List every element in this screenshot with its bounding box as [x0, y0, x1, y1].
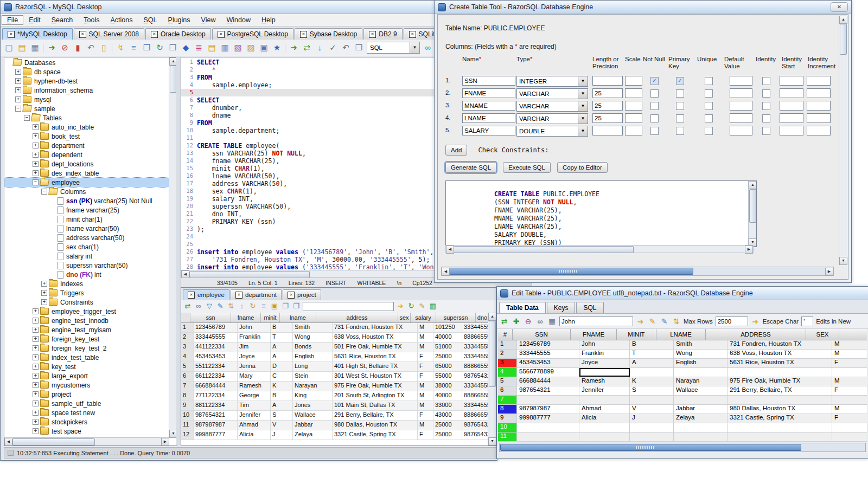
results-cell[interactable]: 12 [181, 430, 194, 440]
not-null-checkbox[interactable] [650, 114, 659, 122]
results-column-header[interactable]: ssn [190, 313, 231, 322]
expander-icon[interactable]: + [33, 345, 39, 351]
results-cell[interactable]: King [293, 391, 333, 401]
edit-table-row[interactable]: 11 [498, 432, 867, 442]
results-cell[interactable]: 731 Fondren, Houston TX [333, 323, 418, 332]
results-cell[interactable]: 1 [181, 323, 194, 332]
table-tool-1-icon[interactable]: ▤ [207, 43, 217, 53]
new-file-icon[interactable]: ▢ [4, 43, 14, 53]
results-cell[interactable]: 881122334 [194, 401, 238, 410]
connection-tab[interactable]: PostgreSQL Desktop [212, 28, 293, 40]
toolbar-separator[interactable] [285, 43, 286, 53]
tree-item[interactable]: + hyphen-db-test [4, 76, 169, 86]
results-cell[interactable]: 33000 [433, 401, 462, 410]
edit-table-cell[interactable]: English [674, 359, 727, 367]
edit-table-cell[interactable]: F [832, 359, 868, 367]
column-type-select[interactable]: DOUBLE ▼ [516, 126, 588, 137]
results-cell[interactable]: 25000 [433, 430, 462, 440]
results-cell[interactable]: Ahmad [238, 421, 271, 430]
results-cell[interactable]: F [418, 372, 433, 381]
execute-sql-icon[interactable]: ↯ [116, 43, 126, 53]
scrollbar-thumb[interactable] [12, 438, 95, 445]
results-cell[interactable]: 441122334 [194, 343, 238, 352]
not-null-checkbox[interactable]: ✓ [650, 77, 659, 85]
column-type-select[interactable]: VARCHAR ▼ [516, 88, 588, 99]
results-cell[interactable]: 43000 [433, 411, 462, 420]
tree-item[interactable]: + department [4, 141, 169, 150]
results-cell[interactable]: 638 Voss, Houston TX [333, 333, 418, 342]
results-cell[interactable]: 301 West St. Houston TX [333, 372, 418, 381]
undo-icon[interactable]: ↶ [341, 43, 351, 53]
column-type-select[interactable]: INTEGER ▼ [516, 76, 588, 87]
commit-icon[interactable]: ▮ [73, 43, 83, 53]
expander-icon[interactable]: + [33, 124, 39, 130]
identity-checkbox[interactable] [762, 77, 770, 85]
edit-table-cell[interactable]: F [832, 386, 868, 395]
toolbar-separator[interactable] [43, 43, 44, 53]
not-null-checkbox[interactable] [650, 89, 659, 98]
tree-item[interactable]: address varchar(50) [4, 233, 169, 242]
results-row[interactable]: 2333445555FranklinTWong638 Voss, Houston… [181, 333, 488, 343]
expander-icon[interactable] [50, 226, 55, 231]
edit-table-cell[interactable]: 975 Fire Oak, Humble TX [727, 377, 832, 386]
chevron-down-icon[interactable]: ▼ [578, 101, 588, 111]
tree-item[interactable]: ssn (PK) varchar(25) Not Null [4, 196, 169, 205]
results-row[interactable]: 7666884444RameshKNarayan975 Fire Oak, Hu… [181, 382, 488, 391]
results-vertical-scrollbar[interactable]: ▲ ▼ [488, 313, 496, 445]
identity-checkbox[interactable] [762, 127, 770, 135]
identity-increment-input[interactable] [807, 76, 831, 86]
tree-item[interactable]: sex char(1) [4, 242, 169, 251]
edit-table-cell[interactable]: M [832, 340, 868, 349]
tree-item[interactable]: − Tables [4, 113, 169, 122]
expander-icon[interactable]: + [33, 336, 39, 342]
highlight-pencil-icon[interactable]: ✎ [648, 316, 657, 326]
column-type-select[interactable]: VARCHAR ▼ [516, 113, 588, 124]
edit-table-cell[interactable]: 3321 Castle, Spring TX [727, 414, 832, 423]
results-cell[interactable]: Alicia [238, 430, 271, 440]
add-row-icon[interactable]: ✚ [512, 316, 521, 326]
save-file-icon[interactable]: ▦ [30, 43, 40, 53]
copy-rows-icon[interactable]: ❐ [292, 301, 301, 311]
search-input[interactable] [559, 316, 633, 326]
primary-key-checkbox[interactable] [676, 89, 684, 98]
results-row[interactable]: 12999887777AliciaJZelaya3321 Castle, Spr… [181, 430, 488, 440]
auto-commit-icon[interactable]: ▯ [99, 43, 109, 53]
open-file-icon[interactable]: ▤ [17, 43, 27, 53]
results-column-header[interactable]: superssn [436, 313, 476, 322]
results-cell[interactable]: 101 Main St, Dallas TX [333, 401, 418, 410]
expander-icon[interactable] [7, 60, 11, 65]
main-titlebar[interactable]: RazorSQL - MySQL Desktop [1, 1, 497, 14]
results-column-header[interactable]: minit [261, 313, 280, 322]
results-cell[interactable]: F [418, 362, 433, 371]
results-cell[interactable]: S [271, 411, 293, 420]
results-cell[interactable]: 11 [181, 421, 194, 430]
menu-item[interactable]: Tools [78, 15, 105, 25]
identity-increment-input[interactable] [807, 101, 831, 111]
generated-sql-textarea[interactable]: CREATE TABLE PUBLIC.EMPLOYEE (SSN INTEGE… [445, 180, 757, 247]
edit-table-cell[interactable]: 980 Dallas, Houston TX [727, 405, 832, 414]
connection-tab[interactable]: Oracle Desktop [145, 28, 211, 40]
identity-increment-input[interactable] [807, 126, 831, 135]
tree-horizontal-scrollbar[interactable]: ◀ ▶ [4, 437, 169, 445]
tree-item[interactable]: + engine_test_myisam [4, 325, 169, 334]
primary-key-checkbox[interactable] [676, 102, 684, 110]
refresh-db-icon[interactable]: ↻ [155, 43, 165, 53]
max-rows-input[interactable] [716, 316, 748, 326]
edit-table-cell[interactable]: F [832, 414, 868, 423]
scale-input[interactable] [625, 76, 642, 86]
scroll-down-icon[interactable]: ▼ [839, 257, 847, 265]
results-cell[interactable]: Jabbar [293, 421, 333, 430]
results-cell[interactable]: Zelaya [293, 430, 333, 440]
tree-item[interactable]: + space test new [4, 408, 169, 417]
tree-item[interactable]: + engine_test_innodb [4, 316, 169, 325]
edit-table-cell[interactable]: M [832, 405, 868, 414]
connection-tab[interactable]: *MySQL Desktop [2, 28, 73, 40]
results-cell[interactable]: 987654321 [194, 411, 238, 420]
results-cell[interactable]: J [271, 430, 293, 440]
length-precision-input[interactable] [592, 126, 623, 135]
results-cell[interactable]: 10 [181, 411, 194, 420]
results-cell[interactable]: M [418, 323, 433, 332]
expander-icon[interactable]: + [33, 152, 39, 158]
refresh-data-icon[interactable]: ↻ [248, 301, 257, 311]
expander-icon[interactable]: − [41, 189, 47, 195]
